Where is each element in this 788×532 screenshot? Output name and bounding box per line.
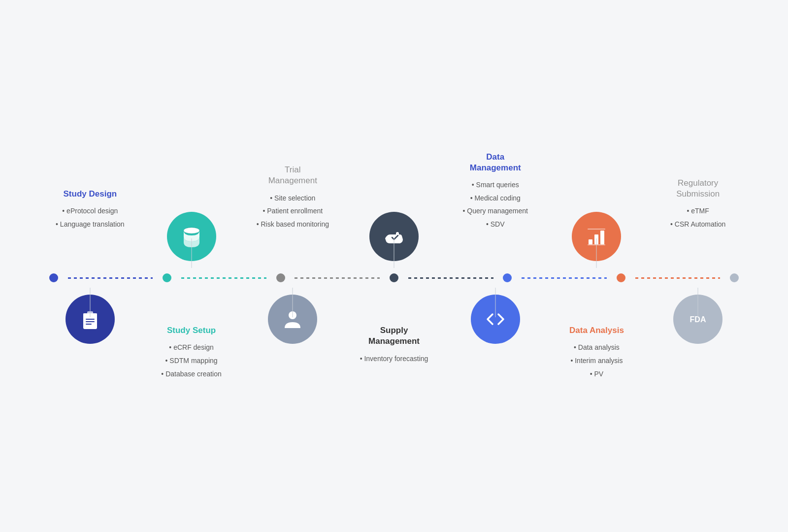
clipboard-icon [78, 307, 102, 331]
study-design-block: Study Design eProtocol design Language t… [48, 181, 132, 238]
orange-circle [572, 212, 621, 261]
barchart-icon [585, 225, 608, 248]
trial-management-col: TrialManagement Site selection Patient e… [242, 157, 343, 268]
study-design-item-1: eProtocol design [56, 204, 125, 218]
supply-management-items: Inventory forecasting [360, 352, 428, 366]
tl-dot-4 [390, 273, 398, 282]
dm-item-4: SDV [462, 218, 528, 231]
tl-seg-2 [181, 277, 266, 279]
svg-rect-6 [588, 244, 605, 245]
svg-point-13 [289, 311, 296, 319]
supply-management-title: SupplyManagement [360, 325, 428, 347]
sm-item-1: Inventory forecasting [360, 352, 428, 366]
tl-dot-2 [163, 273, 171, 282]
regulatory-block: RegulatorySubmission eTMF CSR Automation [662, 170, 733, 238]
reg-item-2: CSR Automation [670, 218, 725, 231]
da-item-3: PV [569, 367, 624, 381]
tl-seg-4 [408, 277, 493, 279]
svg-rect-4 [600, 231, 604, 244]
navy-circle [66, 295, 115, 344]
regulatory-title: RegulatorySubmission [670, 178, 725, 200]
study-setup-items: eCRF design SDTM mapping Database creati… [161, 341, 221, 380]
dark-circle [369, 212, 419, 261]
lgray-circle-col: FDA [647, 288, 749, 351]
code-icon [484, 307, 507, 331]
data-analysis-title: Data Analysis [569, 325, 624, 336]
dm-item-3: Query management [462, 204, 528, 218]
tl-dot-6 [617, 273, 625, 282]
tl-seg-3 [295, 277, 380, 279]
blue2-circle-col [445, 288, 546, 351]
diagram: Study Design eProtocol design Language t… [39, 144, 749, 388]
trial-item-1: Site selection [257, 192, 329, 205]
handcheck-icon [382, 225, 406, 248]
da-item-1: Data analysis [569, 341, 624, 354]
tl-dot-3 [276, 273, 285, 282]
person-icon [281, 307, 304, 331]
ss-item-2: SDTM mapping [161, 354, 221, 367]
svg-rect-9 [83, 313, 97, 315]
dm-item-1: Smart queries [462, 178, 528, 192]
trial-management-items: Site selection Patient enrollment Risk b… [257, 192, 329, 231]
tl-dot-7 [730, 273, 739, 282]
reg-item-1: eTMF [670, 204, 725, 218]
data-management-block: DataManagement Smart queries Medical cod… [455, 144, 536, 239]
da-item-2: Interim analysis [569, 354, 624, 367]
data-analysis-items: Data analysis Interim analysis PV [569, 341, 624, 380]
svg-text:FDA: FDA [690, 315, 706, 324]
teal-circle-col [141, 205, 242, 268]
study-design-items: eProtocol design Language translation [56, 204, 125, 231]
study-setup-block: Study Setup eCRF design SDTM mapping Dat… [153, 317, 229, 388]
person-circle [268, 295, 317, 344]
svg-rect-5 [588, 229, 605, 230]
study-setup-col: Study Setup eCRF design SDTM mapping Dat… [141, 288, 242, 388]
regulatory-items: eTMF CSR Automation [670, 204, 725, 231]
timeline-row [39, 268, 749, 288]
fda-circle: FDA [673, 295, 722, 344]
trial-item-2: Patient enrollment [257, 204, 329, 218]
database-icon [180, 225, 203, 248]
data-management-title: DataManagement [462, 152, 528, 173]
fda-icon: FDA [686, 307, 710, 331]
regulatory-col: RegulatorySubmission eTMF CSR Automation [647, 170, 749, 268]
orange-circle-col [546, 205, 648, 268]
trial-item-3: Risk based monitoring [257, 218, 329, 231]
trial-management-block: TrialManagement Site selection Patient e… [249, 157, 337, 238]
tl-dot-5 [503, 273, 512, 282]
gray-circle-col [242, 288, 343, 351]
tl-seg-1 [68, 277, 153, 279]
data-management-items: Smart queries Medical coding Query manag… [462, 178, 528, 231]
study-design-title: Study Design [56, 189, 125, 200]
svg-rect-2 [589, 239, 592, 244]
study-setup-title: Study Setup [161, 325, 221, 336]
teal-circle [167, 212, 216, 261]
dm-item-2: Medical coding [462, 192, 528, 205]
tl-seg-6 [635, 277, 721, 279]
navy-circle-col [39, 288, 141, 351]
top-band: Study Design eProtocol design Language t… [39, 144, 749, 268]
bottom-band: Study Setup eCRF design SDTM mapping Dat… [39, 288, 749, 388]
code-circle [471, 295, 520, 344]
data-analysis-block: Data Analysis Data analysis Interim anal… [561, 317, 632, 388]
supply-management-col: SupplyManagement Inventory forecasting [343, 288, 445, 373]
data-management-col: DataManagement Smart queries Medical cod… [445, 144, 546, 268]
supply-management-block: SupplyManagement Inventory forecasting [352, 317, 436, 373]
ss-item-1: eCRF design [161, 341, 221, 354]
data-analysis-col: Data Analysis Data analysis Interim anal… [546, 288, 648, 388]
study-design-col: Study Design eProtocol design Language t… [39, 181, 141, 268]
study-design-item-2: Language translation [56, 218, 125, 231]
main-container: Study Design eProtocol design Language t… [0, 0, 788, 532]
dark-circle-col [343, 205, 445, 268]
svg-rect-3 [594, 234, 598, 244]
tl-seg-5 [522, 277, 607, 279]
ss-item-3: Database creation [161, 367, 221, 381]
trial-management-title: TrialManagement [257, 165, 329, 186]
tl-dot-1 [49, 273, 58, 282]
